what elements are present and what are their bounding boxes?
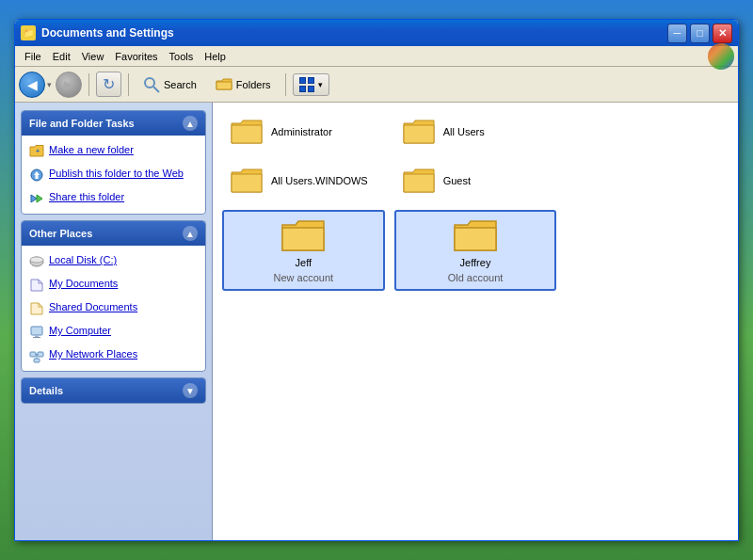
my-computer-label: My Computer xyxy=(49,324,111,337)
folder-jeff-name: Jeff xyxy=(296,257,312,268)
svg-rect-14 xyxy=(34,359,40,362)
new-folder-icon: + xyxy=(29,144,44,159)
empty-cell-1 xyxy=(566,112,729,152)
file-folder-tasks-content: + Make a new folder Publish this folder … xyxy=(22,136,205,214)
my-documents-link[interactable]: My Documents xyxy=(25,275,201,295)
folders-button[interactable]: Folders xyxy=(208,74,279,94)
main-area: File and Folder Tasks ▲ + Make a new fol… xyxy=(15,103,738,540)
folder-jeff[interactable]: Jeff New account xyxy=(222,210,385,291)
local-disk-link[interactable]: Local Disk (C:) xyxy=(25,251,201,271)
svg-rect-8 xyxy=(35,335,39,337)
folder-jeff-icon xyxy=(280,217,326,253)
my-computer-icon xyxy=(29,325,44,340)
view-button[interactable]: ▾ xyxy=(293,73,329,96)
svg-rect-7 xyxy=(31,327,42,335)
make-new-folder-link[interactable]: + Make a new folder xyxy=(25,141,201,161)
menu-file[interactable]: File xyxy=(19,49,47,64)
toolbar-separator-1 xyxy=(88,73,89,96)
explorer-window: 📁 Documents and Settings ─ □ ✕ File Edit… xyxy=(14,19,739,541)
refresh-icon: ↻ xyxy=(103,75,115,93)
search-label: Search xyxy=(164,79,197,90)
title-bar: 📁 Documents and Settings ─ □ ✕ xyxy=(15,20,738,46)
share-folder-label: Share this folder xyxy=(49,190,124,203)
my-network-places-icon xyxy=(29,348,44,363)
folder-all-users-windows[interactable]: All Users.WINDOWS xyxy=(222,161,385,200)
my-computer-link[interactable]: My Computer xyxy=(25,322,201,342)
menu-edit[interactable]: Edit xyxy=(47,49,76,64)
menu-view[interactable]: View xyxy=(76,49,110,64)
forward-button[interactable]: ▶ xyxy=(56,72,82,98)
details-header[interactable]: Details ▼ xyxy=(22,378,205,403)
svg-rect-10 xyxy=(30,352,36,357)
search-icon xyxy=(143,76,160,93)
my-documents-label: My Documents xyxy=(49,277,118,290)
svg-rect-9 xyxy=(33,337,40,338)
svg-point-0 xyxy=(145,78,154,88)
shared-documents-link[interactable]: Shared Documents xyxy=(25,298,201,318)
folder-administrator-label: Administrator xyxy=(271,126,332,137)
other-places-header[interactable]: Other Places ▲ xyxy=(22,221,205,246)
view-dropdown-arrow: ▾ xyxy=(318,80,323,89)
svg-text:+: + xyxy=(36,148,40,154)
file-folder-tasks-label: File and Folder Tasks xyxy=(29,118,135,129)
menu-tools[interactable]: Tools xyxy=(164,49,200,64)
publish-folder-label: Publish this folder to the Web xyxy=(49,167,184,180)
empty-cell-2 xyxy=(566,161,729,200)
windows-logo xyxy=(708,43,734,70)
folder-guest[interactable]: Guest xyxy=(394,161,557,200)
other-places-collapse-icon: ▲ xyxy=(183,226,198,241)
details-panel: Details ▼ xyxy=(21,377,206,404)
folders-label: Folders xyxy=(236,79,271,90)
folder-all-users-windows-label: All Users.WINDOWS xyxy=(271,175,368,186)
folder-all-users[interactable]: All Users xyxy=(394,112,557,152)
folder-guest-icon xyxy=(402,167,436,195)
window-controls: ─ □ ✕ xyxy=(667,24,732,43)
share-icon xyxy=(29,191,44,206)
svg-rect-11 xyxy=(38,352,43,357)
folder-jeffrey-icon xyxy=(453,217,498,253)
publish-folder-link[interactable]: Publish this folder to the Web xyxy=(25,165,201,184)
other-places-label: Other Places xyxy=(29,228,92,239)
view-icon xyxy=(299,77,314,92)
window-title: Documents and Settings xyxy=(41,26,667,40)
search-button[interactable]: Search xyxy=(136,73,204,96)
menu-bar: File Edit View Favorites Tools Help xyxy=(15,46,738,67)
toolbar-separator-3 xyxy=(285,73,286,96)
refresh-button[interactable]: ↻ xyxy=(96,72,121,97)
toolbar-separator-2 xyxy=(128,73,129,96)
folder-guest-label: Guest xyxy=(443,175,471,186)
my-network-places-link[interactable]: My Network Places xyxy=(25,345,201,365)
folder-view: Administrator All Users All Users.WINDOW… xyxy=(213,103,738,540)
other-places-panel: Other Places ▲ Local Disk (C:) xyxy=(21,220,206,372)
folder-jeffrey[interactable]: Jeffrey Old account xyxy=(394,210,557,291)
close-button[interactable]: ✕ xyxy=(713,24,732,43)
folder-administrator-icon xyxy=(230,118,264,146)
folder-jeffrey-name: Jeffrey xyxy=(460,257,491,268)
folder-all-users-windows-icon xyxy=(230,167,264,195)
window-icon: 📁 xyxy=(21,25,36,40)
folder-all-users-icon xyxy=(402,118,436,146)
details-collapse-icon: ▼ xyxy=(183,383,198,398)
back-label: ▾ xyxy=(47,80,52,89)
menu-help[interactable]: Help xyxy=(199,49,232,64)
file-folder-tasks-header[interactable]: File and Folder Tasks ▲ xyxy=(22,111,205,136)
folder-administrator[interactable]: Administrator xyxy=(222,112,385,152)
collapse-icon: ▲ xyxy=(183,116,198,131)
svg-rect-4 xyxy=(36,175,39,179)
make-new-folder-label: Make a new folder xyxy=(49,143,134,156)
shared-documents-label: Shared Documents xyxy=(49,300,137,313)
back-button[interactable]: ◀ xyxy=(19,72,45,98)
other-places-content: Local Disk (C:) My Documents xyxy=(22,246,205,371)
share-folder-link[interactable]: Share this folder xyxy=(25,188,201,208)
folder-jeff-caption: New account xyxy=(274,272,334,283)
local-disk-icon xyxy=(29,254,44,269)
file-folder-tasks-panel: File and Folder Tasks ▲ + Make a new fol… xyxy=(21,110,206,215)
publish-icon xyxy=(29,168,44,183)
svg-point-6 xyxy=(30,257,43,263)
folder-jeffrey-caption: Old account xyxy=(448,272,504,283)
maximize-button[interactable]: □ xyxy=(690,24,710,43)
folders-icon xyxy=(216,77,232,91)
folder-all-users-label: All Users xyxy=(443,126,485,137)
menu-favorites[interactable]: Favorites xyxy=(109,49,163,64)
minimize-button[interactable]: ─ xyxy=(667,24,687,43)
